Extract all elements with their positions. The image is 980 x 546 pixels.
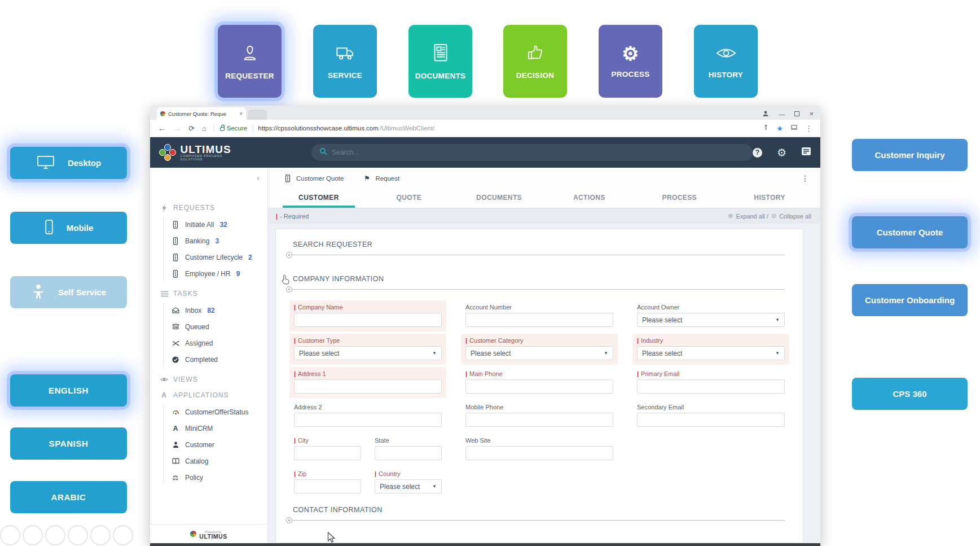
company-name-input[interactable] [294,313,442,327]
requester-card-button[interactable]: REQUESTER [218,25,282,98]
extension-icon[interactable] [763,124,769,132]
main-phone-input[interactable] [465,379,613,394]
new-tab-button[interactable] [248,110,267,120]
browser-tab[interactable]: Customer Quote: Reque × [157,107,246,120]
account-owner-select[interactable]: Please select▼ [637,313,785,327]
close-tab-icon[interactable]: × [239,111,243,117]
history-card-button[interactable]: HISTORY [694,25,758,98]
sidebar-item-customer-lifecycle[interactable]: Customer Lifecycle 2 [172,249,267,265]
sidebar-item-completed[interactable]: Completed [172,351,267,368]
profile-icon[interactable] [762,110,769,118]
tab-process[interactable]: PROCESS [634,189,724,208]
field-label: Account Number [465,304,613,311]
minimize-icon[interactable]: — [779,111,785,117]
customer-onboarding-button[interactable]: Customer Onboarding [852,284,968,316]
country-select[interactable]: Please select▼ [375,479,442,493]
button-label: ARABIC [51,492,86,502]
self-service-button[interactable]: Self Service [10,276,127,308]
gear-icon[interactable]: ⚙ [777,146,786,159]
web-site-input[interactable] [465,446,613,460]
tab-history[interactable]: HISTORY [724,189,815,208]
bookmark-star-icon[interactable]: ★ [776,124,783,133]
state-input[interactable] [375,446,442,460]
panel-icon[interactable] [801,147,811,158]
spanish-button[interactable]: SPANISH [10,427,127,460]
address-1-input[interactable] [294,379,442,394]
help-icon[interactable]: ? [753,148,762,158]
collapse-sidebar-icon[interactable]: ‹ [257,173,260,182]
section-toggle-icon[interactable] [286,252,292,258]
city-input[interactable] [294,446,361,460]
customer-inquiry-button[interactable]: Customer Inquiry [852,139,968,171]
collapse-all-link[interactable]: Collapse all [779,213,811,220]
breadcrumb-step[interactable]: ⚑ Request [363,174,399,182]
documents-card-button[interactable]: DOCUMENTS [408,25,472,98]
more-options-icon[interactable]: ⋮ [801,174,809,183]
decision-card-button[interactable]: DECISION [503,25,567,98]
ghost-icon [90,525,111,545]
sidebar-item-customer[interactable]: Customer [172,436,267,453]
tab-actions[interactable]: ACTIONS [544,189,634,208]
forward-icon[interactable]: → [173,124,181,133]
sidebar-item-catalog[interactable]: Catalog [172,453,267,469]
sidebar-item-employee-hr[interactable]: Employee / HR 9 [172,265,267,282]
sidebar-item-queued[interactable]: Queued [172,318,267,335]
search-input[interactable] [332,148,745,156]
back-icon[interactable]: ← [158,124,166,133]
sidebar-section-views[interactable]: VIEWS [160,375,267,383]
breadcrumb-process[interactable]: Customer Quote [284,174,344,182]
home-icon[interactable]: ⌂ [202,124,206,133]
secondary-email-input[interactable] [637,413,785,427]
app-header: ULTIMUS COMPOSED PROCESS SOLUTIONS ? ⚙ [150,137,820,168]
customer-type-select[interactable]: Please select▼ [294,346,442,360]
global-search[interactable] [311,144,753,161]
sidebar-section-applications: A APPLICATIONS [160,391,267,399]
thumbs-up-icon [526,43,545,64]
field-address-2: Address 2 [294,404,442,427]
zip-input[interactable] [294,479,361,493]
field-label: |Company Name [294,304,442,311]
sidebar-section-tasks: TASKS [160,290,267,298]
card-label: DECISION [516,71,555,80]
field-address-1: |Address 1 [289,367,446,398]
gauge-icon [172,409,179,414]
primary-email-input[interactable] [637,379,785,394]
menu-dots-icon[interactable]: ⋮ [805,124,812,133]
expand-all-link[interactable]: Expand all / [736,213,768,220]
sidebar-item-customerofferstatus[interactable]: CustomerOfferStatus [172,404,267,420]
screenshot-icon[interactable] [790,124,798,132]
sidebar-item-policy[interactable]: ⚖ Policy [172,469,267,486]
tab-customer[interactable]: CUSTOMER [274,189,364,208]
cps-360-button[interactable]: CPS 360 [852,378,968,410]
maximize-icon[interactable] [794,111,799,116]
customer-quote-button[interactable]: Customer Quote [852,216,968,248]
tab-quote[interactable]: QUOTE [364,189,454,208]
sidebar-item-inbox[interactable]: Inbox 82 [172,302,267,318]
mobile-phone-input[interactable] [465,413,613,427]
english-button[interactable]: ENGLISH [10,374,127,407]
tab-documents[interactable]: DOCUMENTS [454,189,544,208]
chevron-down-icon: ▼ [432,351,437,356]
reload-icon[interactable]: ⟳ [188,124,195,133]
address-2-input[interactable] [294,413,442,427]
industry-select[interactable]: Please select▼ [637,346,785,360]
sidebar-item-assigned[interactable]: Assigned [172,335,267,351]
field-label: |Main Phone [465,370,613,377]
sidebar-item-minicrm[interactable]: A MiniCRM [172,420,267,436]
sidebar-item-initiate-all[interactable]: Initiate All 32 [172,216,267,233]
sidebar-item-banking[interactable]: Banking 3 [172,233,267,249]
close-icon[interactable]: × [809,110,814,118]
process-card-button[interactable]: ⚙ PROCESS [599,25,662,98]
field-label: Web Site [465,437,613,444]
service-card-button[interactable]: SERVICE [313,25,377,98]
section-toggle-icon[interactable] [286,517,292,523]
account-number-input[interactable] [465,313,613,327]
count-badge: 82 [207,307,214,315]
customer-category-select[interactable]: Please select▼ [465,346,613,360]
mobile-button[interactable]: Mobile [10,212,127,244]
section-title: COMPANY INFORMATION [293,275,785,283]
desktop-button[interactable]: Desktop [10,147,127,179]
address-bar[interactable]: Secure | https://cpssolutionsshowcase.ul… [214,124,756,132]
card-label: SERVICE [328,71,362,80]
arabic-button[interactable]: ARABIC [10,481,127,513]
